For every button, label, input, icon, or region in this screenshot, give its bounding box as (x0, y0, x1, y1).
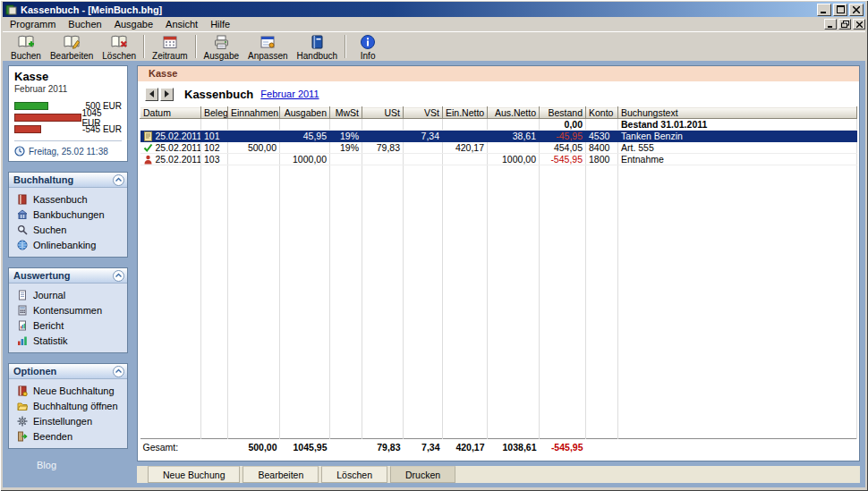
income-bar (14, 102, 48, 110)
sidebar-item-neue-buchhaltung[interactable]: Neue Buchhaltung (11, 383, 125, 398)
loeschen-button[interactable]: Löschen (321, 466, 387, 483)
neue-buchung-button[interactable]: Neue Buchung (148, 466, 240, 483)
mdi-close-button[interactable] (853, 19, 865, 30)
next-period-button[interactable] (160, 88, 174, 101)
column-header-vst[interactable]: VSt (404, 107, 443, 119)
toolbar-info-button[interactable]: Info (349, 33, 387, 61)
sidebar-item-label: Suchen (33, 224, 66, 235)
table-row-selected[interactable]: 25.02.2011 101 45,95 19% 7,34 38,61 -45,… (140, 131, 857, 142)
chevron-up-icon[interactable] (113, 270, 124, 282)
toolbar-zeitraum-button[interactable]: Zeitraum (148, 33, 191, 61)
blog-link[interactable]: Blog (8, 460, 128, 470)
section-auswertung-items: Journal Kontensummen Bericht Statistik (9, 284, 127, 352)
column-header-einnahmen[interactable]: Einnahmen (228, 107, 280, 119)
sidebar-item-label: Beenden (33, 431, 72, 442)
toolbar-loeschen-label: Löschen (102, 51, 136, 61)
toolbar-handbuch-button[interactable]: Handbuch (293, 33, 343, 61)
column-header-mwst[interactable]: MwSt (330, 107, 362, 119)
section-optionen-title: Optionen (13, 366, 56, 377)
column-header-ust[interactable]: USt (362, 107, 404, 119)
chevron-up-icon[interactable] (113, 366, 124, 377)
sidebar-item-label: Bankbuchungen (33, 209, 105, 220)
column-header-ausgaben[interactable]: Ausgaben (280, 107, 330, 119)
cell-beleg: 101 (201, 131, 228, 142)
cell-einnahmen (228, 154, 280, 165)
toolbar-info-label: Info (361, 51, 376, 61)
cell-ein-netto (443, 154, 488, 165)
menu-buchen[interactable]: Buchen (62, 18, 107, 30)
titlebar[interactable]: Kassenbuch - [MeinBuch.bhg] (3, 2, 865, 17)
cell-mwst: 19% (330, 142, 362, 154)
mdi-minimize-button[interactable] (824, 19, 837, 30)
close-button[interactable] (849, 4, 864, 16)
section-auswertung-header[interactable]: Auswertung (9, 268, 127, 284)
period-link[interactable]: Februar 2011 (260, 89, 319, 99)
menu-ausgabe[interactable]: Ausgabe (108, 18, 159, 30)
opening-balance-row: 0,00 Bestand 31.01.2011 (140, 119, 857, 131)
toolbar-loeschen-button[interactable]: Löschen (98, 33, 140, 61)
drucken-button[interactable]: Drucken (390, 466, 455, 483)
sidebar-item-einstellungen[interactable]: Einstellungen (11, 413, 125, 428)
bank-icon (17, 209, 28, 220)
previous-period-button[interactable] (145, 88, 158, 101)
journal-icon (17, 290, 28, 301)
column-header-ein-netto[interactable]: Ein.Netto (443, 107, 488, 119)
sidebar-item-label: Kassenbuch (33, 194, 88, 205)
sidebar-item-beenden[interactable]: Beenden (11, 428, 125, 444)
column-header-buchungstext[interactable]: Buchungstext (618, 107, 857, 119)
column-header-aus-netto[interactable]: Aus.Netto (488, 107, 540, 119)
totals-einnahmen: 500,00 (228, 438, 280, 453)
sidebar-item-bericht[interactable]: Bericht (11, 317, 125, 333)
column-header-datum[interactable]: Datum (140, 107, 201, 119)
totals-row: Gesamt: 500,00 1045,95 79,83 7,34 420,17… (140, 438, 857, 453)
bearbeiten-button[interactable]: Bearbeiten (243, 466, 319, 483)
app-window: Kassenbuch - [MeinBuch.bhg] Programm Buc… (0, 0, 868, 491)
column-header-beleg[interactable]: Beleg (201, 107, 228, 119)
sidebar-item-statistik[interactable]: Statistik (11, 333, 125, 348)
chart-icon (17, 335, 28, 346)
current-datetime: Freitag, 25.02 11:38 (29, 147, 108, 157)
toolbar-buchen-button[interactable]: Buchen (6, 33, 46, 61)
toolbar-ausgabe-button[interactable]: Ausgabe (200, 33, 243, 61)
chevron-up-icon[interactable] (113, 174, 124, 186)
sidebar-item-kassenbuch[interactable]: Kassenbuch (11, 191, 125, 207)
menu-programm[interactable]: Programm (4, 18, 62, 30)
receipt-icon (143, 131, 153, 141)
content-area: Kasse Februar 2011 500 EUR 1045 EUR -545… (3, 61, 865, 487)
toolbar-bearbeiten-button[interactable]: Bearbeiten (46, 33, 98, 61)
minimize-button[interactable] (817, 4, 831, 16)
menu-hilfe[interactable]: Hilfe (204, 18, 236, 30)
column-header-bestand[interactable]: Bestand (540, 107, 586, 119)
toolbar-separator (143, 35, 145, 58)
sums-icon (17, 305, 28, 316)
menu-ansicht[interactable]: Ansicht (159, 18, 204, 30)
sidebar-item-suchen[interactable]: Suchen (11, 222, 125, 237)
main-area: Kasse Kassenbuch Februar 2011 (137, 65, 860, 483)
maximize-button[interactable] (833, 4, 847, 16)
cell-vst (404, 154, 443, 165)
section-buchhaltung-header[interactable]: Buchhaltung (9, 173, 127, 188)
cell-beleg: 103 (201, 154, 228, 165)
sidebar-item-onlinebanking[interactable]: Onlinebanking (11, 237, 125, 252)
cell-mwst: 19% (330, 131, 362, 142)
table-filler-row (140, 165, 857, 439)
sidebar-item-bankbuchungen[interactable]: Bankbuchungen (11, 207, 125, 222)
app-icon (5, 4, 17, 15)
open-folder-icon (17, 401, 28, 411)
sidebar-item-journal[interactable]: Journal (11, 287, 125, 302)
table-row[interactable]: 25.02.2011 102 500,00 19% 79,83 420,17 4… (140, 142, 857, 154)
cell-ausgaben: 45,95 (280, 131, 330, 142)
cell-datum: 25.02.2011 (156, 142, 201, 153)
sidebar: Kasse Februar 2011 500 EUR 1045 EUR -545… (8, 65, 128, 483)
section-buchhaltung-items: Kassenbuch Bankbuchungen Suchen Onlineba… (9, 188, 127, 257)
sidebar-item-buchhaltung-oeffnen[interactable]: Buchhaltung öffnen (11, 398, 125, 413)
cell-einnahmen (228, 131, 280, 142)
sidebar-item-kontensummen[interactable]: Kontensummen (11, 302, 125, 317)
section-optionen-header[interactable]: Optionen (9, 364, 127, 379)
table-row[interactable]: 25.02.2011 103 1000,00 1000,00 -545,95 (140, 154, 857, 165)
cell-bestand: -545,95 (540, 154, 586, 165)
section-optionen-items: Neue Buchhaltung Buchhaltung öffnen Eins… (9, 379, 127, 448)
mdi-restore-button[interactable] (838, 19, 851, 30)
column-header-konto[interactable]: Konto (586, 107, 618, 119)
toolbar-anpassen-button[interactable]: Anpassen (243, 33, 292, 61)
